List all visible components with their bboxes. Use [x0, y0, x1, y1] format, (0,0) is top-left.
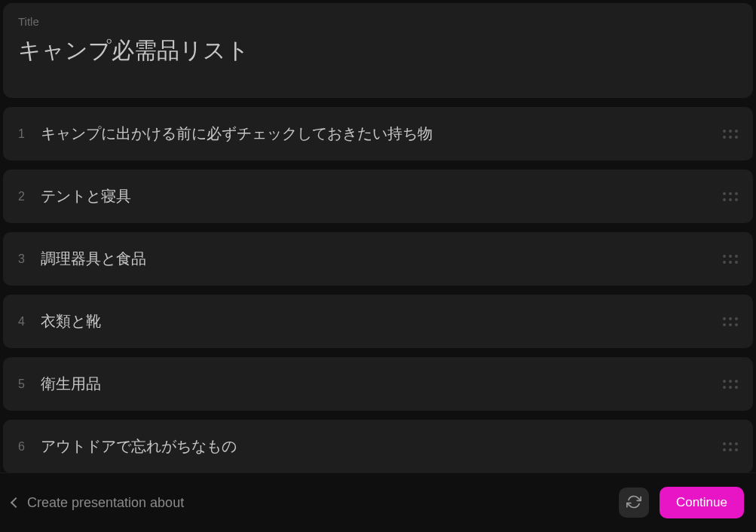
slide-number: 2: [18, 190, 27, 203]
slide-card[interactable]: 1 キャンプに出かける前に必ずチェックしておきたい持ち物: [3, 107, 753, 161]
slide-card[interactable]: 6 アウトドアで忘れがちなもの: [3, 420, 753, 472]
slide-number: 4: [18, 315, 27, 329]
drag-handle-icon[interactable]: [723, 192, 738, 201]
title-card[interactable]: Title キャンプ必需品リスト: [3, 3, 753, 98]
slide-number: 6: [18, 440, 27, 454]
slide-card[interactable]: 5 衛生用品: [3, 357, 753, 411]
slide-card[interactable]: 4 衣類と靴: [3, 295, 753, 348]
drag-handle-icon[interactable]: [723, 130, 738, 139]
drag-handle-icon[interactable]: [723, 317, 738, 326]
slide-number: 5: [18, 378, 27, 391]
slide-title[interactable]: 衣類と靴: [41, 311, 709, 332]
slide-card[interactable]: 2 テントと寝具: [3, 170, 753, 223]
slide-number: 3: [18, 252, 27, 266]
refresh-icon: [626, 494, 641, 512]
footer-right: Continue: [619, 487, 744, 518]
title-label: Title: [18, 15, 738, 28]
slide-title[interactable]: 衛生用品: [41, 374, 709, 394]
slide-title[interactable]: テントと寝具: [41, 186, 709, 206]
refresh-button[interactable]: [619, 488, 649, 518]
drag-handle-icon[interactable]: [723, 255, 738, 264]
drag-handle-icon[interactable]: [723, 442, 738, 451]
slide-number: 1: [18, 127, 27, 141]
continue-button[interactable]: Continue: [660, 487, 744, 518]
content-area: Title キャンプ必需品リスト 1 キャンプに出かける前に必ずチェックしておき…: [0, 0, 756, 472]
slide-card[interactable]: 3 調理器具と食品: [3, 232, 753, 286]
chevron-left-icon: [11, 497, 21, 508]
slide-title[interactable]: 調理器具と食品: [41, 249, 709, 269]
footer-bar: Create presentation about Continue: [0, 472, 756, 532]
back-label: Create presentation about: [27, 495, 184, 511]
drag-handle-icon[interactable]: [723, 380, 738, 389]
slide-title[interactable]: キャンプに出かける前に必ずチェックしておきたい持ち物: [41, 124, 709, 144]
back-button[interactable]: Create presentation about: [12, 495, 184, 511]
title-text[interactable]: キャンプ必需品リスト: [18, 35, 738, 66]
slide-title[interactable]: アウトドアで忘れがちなもの: [41, 436, 709, 457]
